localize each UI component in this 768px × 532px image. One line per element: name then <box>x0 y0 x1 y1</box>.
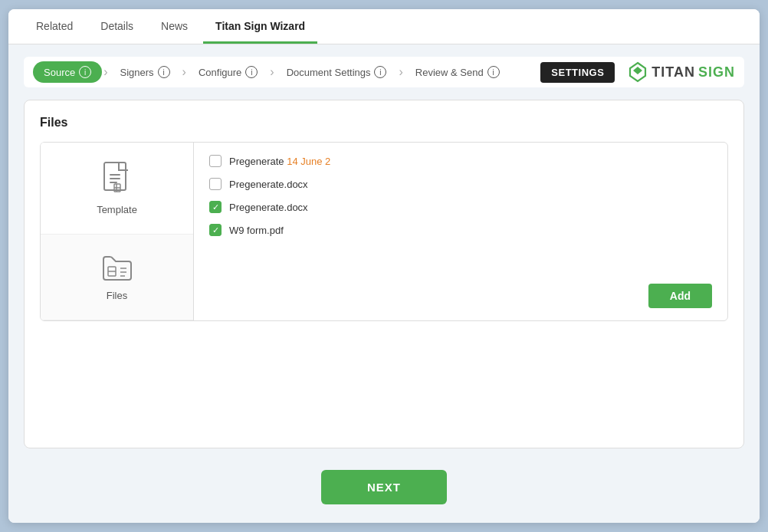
tab-details[interactable]: Details <box>88 9 146 44</box>
file-item-4: W9 form.pdf <box>209 224 712 236</box>
step-doc-settings-label: Document Settings <box>287 67 371 78</box>
checkbox-4[interactable] <box>209 224 222 236</box>
step-source-info: i <box>79 66 91 78</box>
file-name-2: Pregenerate.docx <box>229 179 308 190</box>
svg-rect-2 <box>104 163 126 190</box>
step-doc-settings-info: i <box>374 66 386 78</box>
tab-related[interactable]: Related <box>24 9 85 44</box>
file-item-1: Pregenerate 14 June 2 <box>209 155 712 167</box>
files-card-title: Files <box>40 116 728 130</box>
svg-marker-1 <box>633 67 642 74</box>
checkbox-2[interactable] <box>209 178 222 190</box>
file-name-3: Pregenerate.docx <box>229 202 308 213</box>
file-item-2: Pregenerate.docx <box>209 178 712 190</box>
add-button[interactable]: Add <box>648 284 712 308</box>
titan-text: TITAN <box>651 64 695 80</box>
arrow-4: › <box>397 65 404 79</box>
step-review-send[interactable]: Review & Send i <box>405 61 510 83</box>
step-configure-info: i <box>245 66 258 78</box>
titan-diamond-icon <box>627 61 648 83</box>
wizard-area: Source i › Signers i › Configure i › Doc… <box>8 44 760 523</box>
step-configure-label: Configure <box>199 67 241 78</box>
files-label: Files <box>107 290 127 301</box>
steps-bar: Source i › Signers i › Configure i › Doc… <box>24 57 744 87</box>
files-card: Files <box>24 100 744 448</box>
step-review-send-info: i <box>487 66 500 78</box>
step-signers-label: Signers <box>120 67 154 78</box>
next-button[interactable]: NEXT <box>321 470 447 504</box>
step-source-label: Source <box>44 67 75 78</box>
file-name-1: Pregenerate 14 June 2 <box>229 156 330 167</box>
titan-sign: SIGN <box>698 64 735 80</box>
step-settings[interactable]: SETTINGS <box>540 62 615 83</box>
tab-news[interactable]: News <box>149 9 200 44</box>
checkbox-1[interactable] <box>209 155 222 167</box>
files-inner: Template Files <box>40 142 728 321</box>
checkbox-3[interactable] <box>209 201 222 213</box>
files-sidebar: Template Files <box>41 143 194 320</box>
file-items: Pregenerate 14 June 2 Pregenerate.docx P… <box>209 155 712 236</box>
step-review-send-label: Review & Send <box>415 67 484 78</box>
step-signers[interactable]: Signers i <box>110 61 181 83</box>
file-item-3: Pregenerate.docx <box>209 201 712 213</box>
tab-wizard[interactable]: Titan Sign Wizard <box>203 9 317 44</box>
file-name-4: W9 form.pdf <box>229 225 284 236</box>
step-source[interactable]: Source i <box>33 61 102 83</box>
svg-rect-3 <box>110 174 120 176</box>
nav-tabs: Related Details News Titan Sign Wizard <box>8 9 760 44</box>
titan-logo: TITAN SIGN <box>627 61 735 83</box>
arrow-1: › <box>102 65 109 79</box>
sidebar-item-files[interactable]: Files <box>41 235 193 320</box>
step-doc-settings[interactable]: Document Settings i <box>276 61 398 83</box>
svg-rect-4 <box>110 178 120 179</box>
step-signers-info: i <box>158 66 170 78</box>
svg-rect-5 <box>110 182 117 183</box>
files-list-panel: Pregenerate 14 June 2 Pregenerate.docx P… <box>194 143 727 320</box>
step-settings-label: SETTINGS <box>551 67 604 78</box>
sidebar-item-template[interactable]: Template <box>41 143 193 235</box>
files-folder-icon <box>102 253 133 284</box>
arrow-2: › <box>181 65 188 79</box>
arrow-3: › <box>268 65 275 79</box>
template-doc-icon <box>102 161 133 198</box>
bottom-bar: NEXT <box>24 461 744 511</box>
template-label: Template <box>97 204 137 215</box>
step-configure[interactable]: Configure i <box>188 61 268 83</box>
